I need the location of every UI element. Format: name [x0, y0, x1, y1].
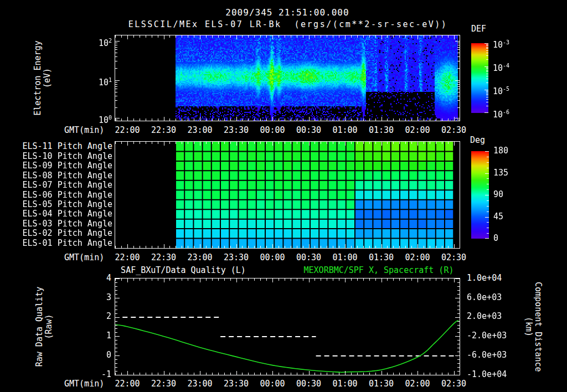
axis-tick: [454, 35, 455, 39]
axis-tick: [115, 302, 117, 302]
axis-tick: [182, 118, 182, 121]
axis-tick: [140, 373, 140, 375]
axis-tick: [424, 142, 424, 144]
time-tick-label: 00:00: [255, 126, 290, 135]
axis-tick: [291, 118, 291, 121]
time-tick-label: 01:30: [363, 126, 399, 135]
axis-tick: [375, 35, 376, 38]
axis-tick: [115, 118, 120, 118]
axis-tick: [224, 278, 225, 281]
axis-tick: [242, 246, 243, 248]
axis-tick: [486, 79, 488, 79]
axis-tick: [486, 94, 488, 94]
axis-tick: [393, 278, 394, 281]
axis-tick: [457, 294, 460, 295]
axis-tick: [115, 340, 117, 341]
axis-tick: [454, 142, 455, 146]
axis-tick: [115, 348, 117, 348]
axis-tick: [133, 118, 134, 121]
axis-tick: [315, 373, 315, 375]
def-tick-label: 10-3: [493, 38, 526, 47]
axis-tick: [218, 246, 219, 248]
axis-tick: [121, 142, 122, 144]
axis-tick: [303, 35, 303, 38]
time-tick-label: 01:00: [327, 379, 363, 389]
gmt-axis-row-3: GMT(min)22:0022:3023:0023:3000:0000:3001…: [0, 379, 567, 389]
axis-tick: [321, 278, 321, 281]
axis-tick: [218, 118, 219, 121]
energy-tick-label-exponent: 0: [109, 115, 112, 121]
axis-tick: [454, 371, 455, 375]
axis-tick: [436, 35, 436, 38]
pitch-row-label: ELS-01 Pitch Angle: [17, 239, 112, 248]
distance-axis-title: Component Distance (km): [524, 265, 543, 389]
time-tick-label: 22:00: [110, 253, 145, 262]
axis-tick: [486, 55, 488, 56]
axis-tick: [457, 306, 460, 306]
axis-tick: [115, 82, 117, 82]
axis-tick: [442, 373, 442, 375]
axis-tick: [486, 76, 488, 76]
axis-tick: [457, 344, 460, 344]
axis-tick: [486, 59, 488, 60]
time-tick-label: 23:00: [182, 126, 218, 135]
axis-tick: [242, 278, 243, 281]
axis-tick: [297, 246, 297, 248]
time-tick-label: 01:30: [363, 379, 399, 389]
axis-tick: [309, 35, 310, 39]
axis-tick: [486, 71, 488, 72]
axis-tick: [212, 373, 213, 375]
axis-tick: [188, 373, 188, 375]
axis-tick: [224, 246, 225, 248]
axis-tick: [152, 118, 152, 121]
gmt-axis-row-1: GMT(min)22:0022:3023:0023:3000:0000:3001…: [0, 126, 567, 136]
axis-tick: [387, 35, 388, 38]
axis-tick: [333, 246, 333, 248]
def-tick-label-exponent: -5: [503, 86, 509, 92]
axis-tick: [487, 189, 489, 190]
axis-tick: [457, 310, 460, 310]
axis-tick: [200, 244, 200, 248]
axis-tick: [115, 375, 120, 375]
axis-tick: [127, 117, 128, 121]
axis-tick: [484, 43, 488, 44]
axis-tick: [176, 35, 176, 38]
axis-tick: [158, 246, 158, 248]
axis-tick: [272, 278, 273, 282]
energy-axis-title-line2: (eV): [43, 17, 52, 139]
pitch-row-label: ELS-04 Pitch Angle: [17, 209, 112, 219]
axis-tick: [430, 373, 430, 375]
plot-instrument-title: ELSSCIL/MEx ELS-07 LR-Bk (ergs/(cm**2-sr…: [61, 19, 515, 29]
axis-tick: [260, 373, 261, 375]
axis-tick: [212, 246, 213, 248]
axis-tick: [487, 184, 489, 184]
axis-tick: [272, 371, 273, 375]
axis-tick: [115, 363, 117, 364]
axis-tick: [351, 278, 352, 281]
axis-tick: [115, 80, 120, 81]
axis-tick: [486, 69, 488, 69]
axis-tick: [411, 35, 412, 38]
axis-tick: [321, 142, 321, 144]
axis-tick: [487, 212, 489, 212]
axis-tick: [297, 373, 297, 375]
axis-tick: [442, 246, 442, 248]
axis-tick: [484, 90, 488, 90]
axis-tick: [486, 91, 488, 91]
axis-tick: [188, 118, 188, 121]
axis-tick: [457, 43, 460, 43]
axis-tick: [279, 278, 279, 281]
pitch-angle-canvas: [115, 142, 460, 248]
axis-tick: [457, 107, 460, 108]
axis-tick: [115, 355, 120, 356]
axis-tick: [158, 278, 158, 281]
axis-tick: [176, 373, 176, 375]
axis-tick: [164, 244, 164, 248]
time-tick-label: 23:00: [182, 379, 218, 389]
axis-tick: [279, 142, 279, 144]
time-tick-label: 23:00: [182, 253, 218, 262]
axis-tick: [152, 246, 152, 248]
def-tick-label-base: 10: [493, 86, 503, 96]
deg-colorbar: [471, 151, 489, 239]
axis-tick: [127, 244, 128, 248]
